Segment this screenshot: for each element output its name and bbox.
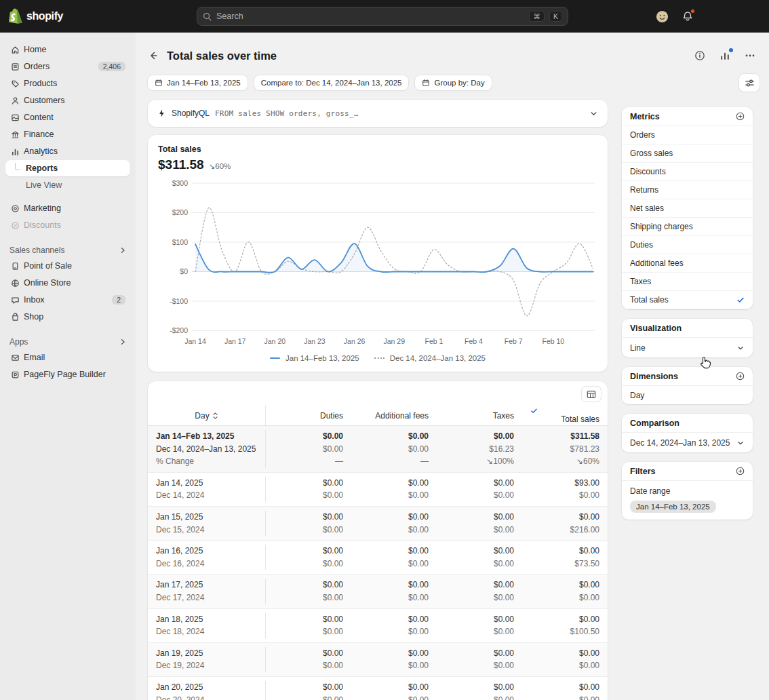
back-arrow-button[interactable] [148,50,159,61]
metric-item[interactable]: Discounts [622,163,753,181]
metric-item[interactable]: Net sales [622,199,753,218]
sidebar-item-home[interactable]: Home [5,41,130,58]
sidebar-item-marketing[interactable]: Marketing [5,200,130,216]
home-icon [10,45,20,54]
insights-icon[interactable] [719,50,730,61]
legend-previous-period: Dec 14, 2024–Jan 13, 2025 [390,354,486,362]
metric-item[interactable]: Additional fees [622,254,753,273]
chart-metric-change: ↘60% [209,161,231,171]
sidebar-item-point-of-sale[interactable]: Point of Sale [5,258,130,274]
sidebar: Home Orders 2,406 Products Customers Con… [0,33,136,700]
dimension-item[interactable]: Day [622,386,753,404]
info-icon[interactable] [694,50,705,61]
sidebar-item-content[interactable]: Content [5,109,130,125]
store-avatar[interactable] [656,10,669,23]
table-row[interactable]: Jan 18, 2025 Dec 18, 2024 $0.00 $0.00 $0… [148,609,608,643]
total-sales-chart-card: Total sales $311.58 ↘60% $300$200$100$0-… [148,135,608,372]
notifications-bell-icon[interactable] [682,11,693,22]
chevron-right-icon [119,338,126,345]
chart-legend: Jan 14–Feb 13, 2025 Dec 14, 2024–Jan 13,… [158,351,597,365]
group-by-pill[interactable]: Group by: Day [415,75,491,90]
column-header-day[interactable]: Day [148,406,266,425]
column-header-taxes[interactable]: Taxes [437,411,522,421]
chart-metric-value: $311.58 [158,157,204,172]
sidebar-item-label: Marketing [24,203,61,213]
table-row[interactable]: Jan 14, 2025 Dec 14, 2024 $0.00 $0.00 $0… [148,473,608,507]
filters-card: Filters Date range Jan 14–Feb 13, 2025 [622,462,753,520]
table-header-row: Day Duties Additional fees Taxes Total s… [148,406,608,426]
column-header-total-sales[interactable]: Total sales [522,407,608,425]
add-dimension-icon[interactable] [736,372,745,381]
sidebar-item-shop[interactable]: Shop [5,309,130,325]
check-icon [736,296,745,304]
sidebar-item-orders[interactable]: Orders 2,406 [5,58,130,75]
date-range-pill[interactable]: Jan 14–Feb 13, 2025 [148,75,248,90]
global-search-input[interactable]: Search ⌘ K [197,7,568,26]
sidebar-item-label: Customers [24,96,64,105]
chevron-down-icon[interactable] [589,109,598,118]
sidebar-item-pagefly[interactable]: PageFly Page Builder [5,366,130,383]
shopify-logo[interactable]: shopify [8,8,63,24]
calendar-icon [155,79,163,87]
comparison-select[interactable]: Dec 14, 2024–Jan 13, 2025 [622,433,753,452]
table-view-icon[interactable] [582,387,601,402]
sidebar-item-customers[interactable]: Customers [5,92,130,109]
sidebar-item-label: Email [24,353,45,362]
svg-text:-$200: -$200 [170,326,188,334]
date-range-filter-chip[interactable]: Jan 14–Feb 13, 2025 [630,501,716,513]
metric-item[interactable]: Returns [622,181,753,199]
metric-item[interactable]: Shipping charges [622,218,753,236]
sidebar-item-discounts[interactable]: Discounts [5,217,130,233]
metric-item[interactable]: Total sales [622,291,753,309]
add-metric-icon[interactable] [736,112,745,121]
sidebar-item-reports[interactable]: Reports [5,160,130,176]
column-header-additional-fees[interactable]: Additional fees [351,411,437,421]
sidebar-item-live-view[interactable]: Live View [5,177,130,193]
sidebar-item-label: Live View [26,180,62,190]
sidebar-item-online-store[interactable]: Online Store [5,275,130,291]
table-row[interactable]: Jan 20, 2025 Dec 20, 2024 $0.00 $0.00 $0… [148,677,608,700]
compare-to-pill[interactable]: Compare to: Dec 14, 2024–Jan 13, 2025 [254,75,409,90]
sales-channels-heading[interactable]: Sales channels [9,246,126,255]
sidebar-item-inbox[interactable]: Inbox 2 [5,292,130,308]
add-filter-icon[interactable] [736,467,745,475]
sidebar-item-label: Finance [24,130,54,139]
sidebar-item-label: Products [24,79,57,88]
svg-text:Jan 23: Jan 23 [304,337,326,345]
legend-current-period: Jan 14–Feb 13, 2025 [285,354,359,362]
metric-item[interactable]: Taxes [622,273,753,291]
visualization-heading: Visualization [630,324,682,333]
shopifyql-query-bar[interactable]: ShopifyQL FROM sales SHOW orders, gross_… [148,100,608,127]
table-summary-row[interactable]: Jan 14–Feb 13, 2025 Dec 14, 2024–Jan 13,… [148,426,608,473]
legend-solid-swatch [270,357,280,359]
shopify-bag-icon [8,8,22,24]
svg-text:Feb 7: Feb 7 [505,337,523,345]
svg-text:Feb 4: Feb 4 [465,337,483,345]
check-icon [530,407,599,414]
visualization-select[interactable]: Line [622,338,753,357]
column-header-duties[interactable]: Duties [266,411,351,421]
metric-item[interactable]: Duties [622,236,753,254]
shop-bag-icon [10,313,20,322]
table-row[interactable]: Jan 17, 2025 Dec 17, 2024 $0.00 $0.00 $0… [148,575,608,608]
table-row[interactable]: Jan 16, 2025 Dec 16, 2024 $0.00 $0.00 $0… [148,541,608,575]
apps-heading[interactable]: Apps [9,337,126,347]
metrics-card: Metrics Orders Gross sales Discounts [622,107,753,309]
more-options-icon[interactable] [745,50,755,61]
filters-heading: Filters [630,467,656,476]
panel-settings-button[interactable] [739,74,760,92]
sidebar-item-label: PageFly Page Builder [24,370,106,379]
svg-text:Jan 26: Jan 26 [344,337,366,345]
dimensions-card: Dimensions Day [622,367,753,404]
table-row[interactable]: Jan 15, 2025 Dec 15, 2024 $0.00 $0.00 $0… [148,507,608,541]
metrics-heading: Metrics [630,112,660,121]
sidebar-item-label: Reports [26,163,58,173]
metric-item[interactable]: Gross sales [622,144,753,163]
sidebar-item-email[interactable]: Email [5,349,130,366]
legend-dotted-swatch [374,357,384,359]
table-row[interactable]: Jan 19, 2025 Dec 19, 2024 $0.00 $0.00 $0… [148,643,608,677]
sidebar-item-analytics[interactable]: Analytics [5,143,130,159]
sidebar-item-finance[interactable]: Finance [5,126,130,142]
sidebar-item-products[interactable]: Products [5,75,130,92]
metric-item[interactable]: Orders [622,126,753,144]
